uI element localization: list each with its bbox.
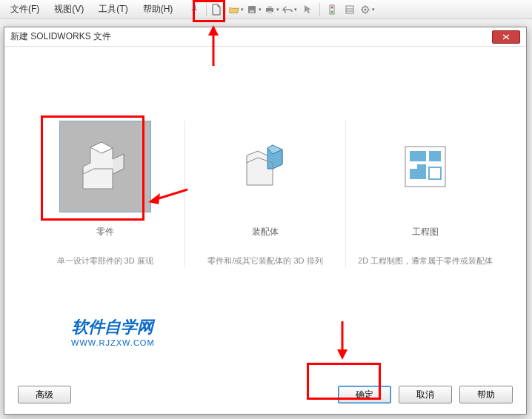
menu-file[interactable]: 文件(F) bbox=[3, 1, 47, 18]
svg-rect-14 bbox=[410, 151, 426, 161]
option-assembly[interactable]: 装配体 零件和/或其它装配体的 3D 排列 bbox=[185, 121, 345, 267]
option-part-title: 零件 bbox=[37, 226, 173, 238]
cancel-button[interactable]: 取消 bbox=[399, 386, 452, 403]
help-button[interactable]: 帮助 bbox=[459, 386, 513, 403]
svg-point-6 bbox=[331, 6, 333, 8]
option-part[interactable]: 零件 单一设计零部件的 3D 展现 bbox=[25, 121, 185, 267]
watermark-title: 软件自学网 bbox=[71, 316, 155, 338]
part-icon bbox=[59, 121, 151, 212]
menubar: 文件(F) 视图(V) 工具(T) 帮助(H) bbox=[0, 0, 532, 19]
new-document-button[interactable] bbox=[210, 1, 227, 18]
dialog-body: 零件 单一设计零部件的 3D 展现 装配体 零件和/或其它装配体的 3D 排列 bbox=[4, 47, 526, 282]
settings-button[interactable] bbox=[359, 1, 376, 18]
svg-point-7 bbox=[331, 10, 333, 13]
svg-rect-15 bbox=[429, 151, 441, 161]
advanced-button[interactable]: 高级 bbox=[18, 386, 71, 403]
option-drawing[interactable]: 工程图 2D 工程制图，通常属于零件或装配体 bbox=[346, 121, 505, 267]
dialog-titlebar: 新建 SOLIDWORKS 文件 bbox=[4, 27, 526, 47]
options-button[interactable] bbox=[342, 1, 358, 18]
watermark-url: WWW.RJZXW.COM bbox=[71, 338, 155, 347]
dialog-footer: 高级 确定 取消 帮助 bbox=[18, 386, 513, 403]
assembly-icon bbox=[219, 121, 311, 212]
svg-rect-4 bbox=[267, 11, 272, 13]
menu-help[interactable]: 帮助(H) bbox=[136, 1, 181, 18]
option-assembly-desc: 零件和/或其它装配体的 3D 排列 bbox=[197, 255, 333, 267]
drawing-icon bbox=[379, 121, 471, 212]
svg-rect-3 bbox=[267, 6, 272, 8]
svg-rect-8 bbox=[346, 6, 353, 13]
svg-point-12 bbox=[365, 8, 367, 10]
select-button[interactable] bbox=[299, 1, 316, 18]
save-button[interactable] bbox=[246, 1, 262, 18]
rebuild-button[interactable] bbox=[324, 1, 340, 18]
separator bbox=[206, 3, 207, 16]
open-button[interactable] bbox=[228, 1, 245, 18]
print-button[interactable] bbox=[264, 1, 280, 18]
svg-rect-1 bbox=[250, 10, 254, 13]
separator bbox=[319, 3, 320, 16]
dialog-title: 新建 SOLIDWORKS 文件 bbox=[10, 30, 111, 43]
toolbar bbox=[186, 1, 376, 18]
close-button[interactable] bbox=[492, 30, 520, 44]
menu-tools[interactable]: 工具(T) bbox=[91, 1, 135, 18]
watermark: 软件自学网 WWW.RJZXW.COM bbox=[71, 316, 155, 347]
option-part-desc: 单一设计零部件的 3D 展现 bbox=[37, 255, 173, 267]
option-drawing-desc: 2D 工程制图，通常属于零件或装配体 bbox=[358, 255, 493, 267]
option-assembly-title: 装配体 bbox=[197, 226, 333, 238]
option-drawing-title: 工程图 bbox=[358, 226, 493, 238]
menu-view[interactable]: 视图(V) bbox=[47, 1, 91, 18]
pin-icon[interactable] bbox=[186, 1, 202, 18]
undo-button[interactable] bbox=[282, 1, 298, 18]
ok-button[interactable]: 确定 bbox=[338, 386, 391, 403]
new-document-dialog: 新建 SOLIDWORKS 文件 零件 单一设计零部件的 3D 展现 bbox=[4, 27, 527, 415]
